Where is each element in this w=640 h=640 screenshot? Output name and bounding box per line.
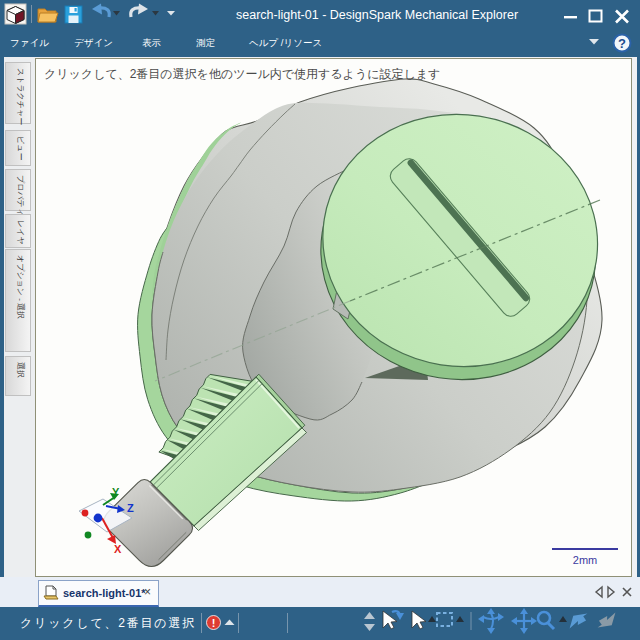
svg-text:X: X (114, 543, 122, 555)
svg-text:Z: Z (127, 502, 134, 514)
svg-text:!: ! (212, 617, 216, 629)
svg-text:2mm: 2mm (573, 554, 597, 566)
svg-text:Y: Y (112, 486, 120, 498)
svg-text:?: ? (618, 36, 626, 51)
